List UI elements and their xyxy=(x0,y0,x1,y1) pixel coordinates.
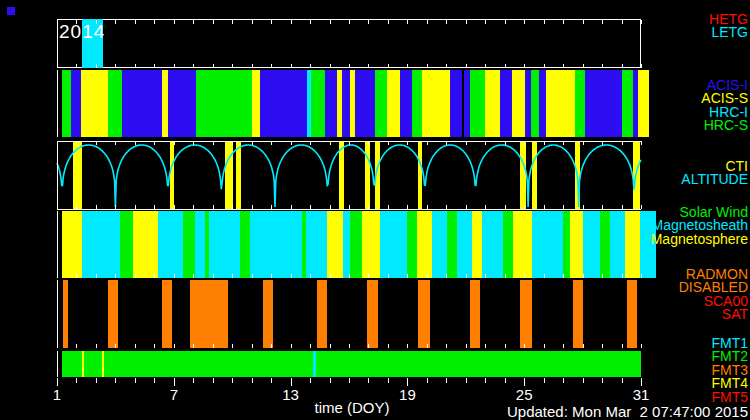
day-tick xyxy=(544,378,545,383)
day-tick xyxy=(135,205,136,209)
day-tick xyxy=(407,274,408,278)
legend-group-radmon: RADMONDISABLEDSCA00SAT xyxy=(679,268,748,322)
day-tick xyxy=(602,205,603,209)
regions-segment-magnetosheath xyxy=(250,211,302,278)
instruments-segment-acis-i xyxy=(585,70,622,137)
day-tick xyxy=(310,378,311,383)
day-tick xyxy=(291,344,292,348)
day-tick xyxy=(427,378,428,383)
day-tick xyxy=(524,141,525,145)
day-tick xyxy=(407,64,408,68)
day-tick xyxy=(193,20,194,24)
instruments-segment-acis-i xyxy=(355,70,375,137)
day-tick xyxy=(330,344,331,348)
instruments-segment-hrc-s xyxy=(575,70,585,137)
day-tick xyxy=(544,141,545,145)
day-tick xyxy=(232,344,233,348)
day-tick xyxy=(505,378,506,383)
day-tick xyxy=(407,20,408,24)
day-tick xyxy=(57,20,58,24)
day-tick xyxy=(174,141,175,145)
year-label: 2014 xyxy=(59,21,105,43)
day-tick xyxy=(232,20,233,24)
day-tick xyxy=(135,20,136,24)
instruments-segment-acis-s xyxy=(485,70,500,137)
day-tick xyxy=(368,64,369,68)
day-tick xyxy=(115,141,116,145)
day-tick xyxy=(291,64,292,68)
day-tick xyxy=(622,378,623,383)
day-tick xyxy=(174,205,175,209)
day-tick xyxy=(57,378,58,386)
chandra-snapshot-timeline: 2014 1713192531 time (DOY) Updated: Mon … xyxy=(0,0,750,420)
day-tick xyxy=(505,274,506,278)
day-tick xyxy=(310,205,311,209)
regions-segment-magnetosheath xyxy=(209,211,240,278)
day-tick xyxy=(583,64,584,68)
day-tick xyxy=(485,141,486,145)
regions-segment-solar-wind xyxy=(503,211,513,278)
regions-segment-magnetosheath xyxy=(432,211,447,278)
day-tick xyxy=(232,378,233,383)
day-tick xyxy=(252,141,253,145)
day-tick xyxy=(602,141,603,145)
day-tick xyxy=(154,141,155,145)
instruments-segment-acis-i xyxy=(260,70,307,137)
legend-label-sat: SAT xyxy=(679,308,748,321)
day-tick xyxy=(563,378,564,383)
day-tick xyxy=(213,274,214,278)
regions-segment-magnetosphere xyxy=(133,211,158,278)
day-tick xyxy=(252,205,253,209)
instruments-segment-hrc-s xyxy=(196,70,252,137)
day-tick xyxy=(368,141,369,145)
day-tick xyxy=(193,274,194,278)
day-tick xyxy=(232,64,233,68)
legend-label-hrc-s: HRC-S xyxy=(701,119,748,132)
regions-segment-magnetosphere xyxy=(417,211,432,278)
day-tick xyxy=(446,141,447,145)
day-tick xyxy=(427,344,428,348)
day-tick xyxy=(368,205,369,209)
day-tick xyxy=(349,378,350,383)
instruments-segment-hrc-s xyxy=(412,70,422,137)
day-tick xyxy=(485,344,486,348)
instruments-segment-hrc-s xyxy=(311,70,325,137)
day-tick xyxy=(622,205,623,209)
day-tick xyxy=(446,64,447,68)
regions-segment-magnetosheath xyxy=(482,211,503,278)
x-axis-title: time (DOY) xyxy=(315,399,390,416)
regions-segment-solar-wind xyxy=(350,211,362,278)
day-tick xyxy=(622,20,623,24)
day-tick xyxy=(505,344,506,348)
day-tick xyxy=(96,274,97,278)
day-tick xyxy=(174,344,175,348)
day-tick xyxy=(563,141,564,145)
day-tick xyxy=(76,378,77,383)
regions-segment-magnetosheath xyxy=(380,211,407,278)
instruments-segment-acis-s xyxy=(387,70,400,137)
day-tick xyxy=(485,378,486,383)
x-axis-tick-label: 25 xyxy=(516,386,533,403)
day-tick xyxy=(427,141,428,145)
instruments-segment-acis-i xyxy=(539,70,546,137)
day-tick xyxy=(368,274,369,278)
altitude-curve xyxy=(0,141,750,209)
day-tick xyxy=(76,205,77,209)
day-tick xyxy=(193,64,194,68)
day-tick xyxy=(96,205,97,209)
instruments-segment-acis-i xyxy=(168,70,196,137)
fmt-segment-fmt2 xyxy=(84,351,102,377)
radmon-segment-radmon xyxy=(108,280,118,348)
day-tick xyxy=(407,141,408,145)
regions-segment-magnetosheath xyxy=(343,211,350,278)
regions-segment-solar-wind xyxy=(600,211,610,278)
day-tick xyxy=(271,141,272,145)
regions-segment-solar-wind xyxy=(563,211,570,278)
day-tick xyxy=(602,274,603,278)
legend-group-fmt: FMT1FMT2FMT3FMT4FMT5 xyxy=(711,337,748,404)
x-axis-tick-label: 31 xyxy=(633,386,650,403)
day-tick xyxy=(349,20,350,24)
day-tick xyxy=(641,274,642,278)
day-tick xyxy=(135,378,136,383)
day-tick xyxy=(505,20,506,24)
